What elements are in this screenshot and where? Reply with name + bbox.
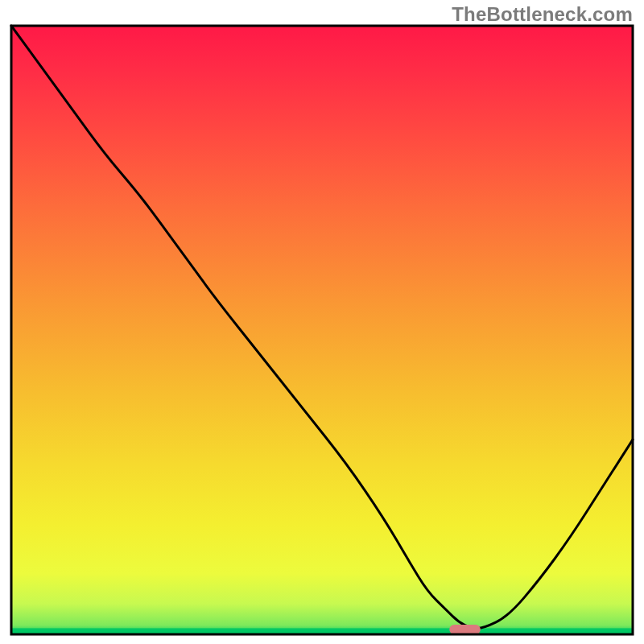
- watermark-label: TheBottleneck.com: [452, 3, 633, 26]
- gradient-background: [11, 26, 633, 634]
- optimal-marker: [449, 625, 481, 634]
- bottleneck-chart: [0, 0, 644, 644]
- plot-area: [11, 26, 633, 634]
- chart-stage: TheBottleneck.com: [0, 0, 644, 644]
